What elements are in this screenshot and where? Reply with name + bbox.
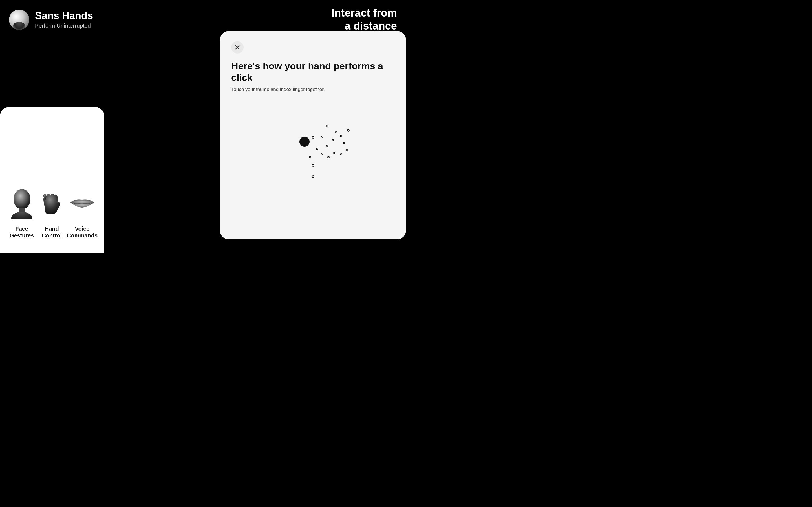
visualization-dot bbox=[333, 152, 335, 154]
voice-commands-label: Voice Commands bbox=[67, 225, 98, 239]
svg-point-0 bbox=[13, 189, 31, 209]
visualization-dot bbox=[299, 136, 310, 147]
feature-voice-commands[interactable]: Voice Commands bbox=[67, 187, 98, 239]
voice-commands-icon bbox=[69, 196, 96, 212]
header-tagline: Interact from a distance bbox=[332, 7, 397, 33]
visualization-dot bbox=[326, 125, 328, 127]
visualization-dot bbox=[346, 149, 348, 151]
visualization-dot bbox=[312, 175, 314, 178]
header: Sans Hands Perform Uninterrupted Interac… bbox=[0, 0, 406, 39]
app-subtitle: Perform Uninterrupted bbox=[35, 22, 93, 29]
visualization-dot bbox=[326, 145, 328, 147]
hand-control-visual bbox=[41, 187, 63, 221]
modal-description: Touch your thumb and index finger togeth… bbox=[231, 87, 395, 93]
visualization-dot bbox=[335, 131, 337, 133]
voice-commands-visual bbox=[69, 187, 96, 221]
visualization-dot bbox=[343, 142, 345, 144]
visualization-dot bbox=[320, 153, 322, 155]
visualization-dot bbox=[340, 153, 342, 156]
hand-control-icon bbox=[41, 188, 63, 219]
visualization-dot bbox=[340, 135, 342, 137]
close-button[interactable] bbox=[231, 41, 244, 54]
face-gestures-icon bbox=[11, 188, 33, 219]
hand-control-label: Hand Control bbox=[42, 225, 62, 239]
svg-point-2 bbox=[11, 212, 32, 219]
visualization-dot bbox=[309, 156, 311, 158]
visualization-dot bbox=[312, 164, 314, 167]
visualization-dot bbox=[332, 139, 334, 141]
modal-title: Here's how your hand performs a click bbox=[231, 60, 395, 83]
visualization-dot bbox=[347, 129, 350, 131]
hand-click-visualization bbox=[231, 98, 395, 229]
features-card: Face Gestures bbox=[0, 107, 104, 253]
modal-card: Here's how your hand performs a click To… bbox=[220, 31, 406, 239]
header-text: Sans Hands Perform Uninterrupted bbox=[35, 10, 93, 29]
visualization-dot bbox=[320, 136, 322, 138]
visualization-dot bbox=[316, 148, 318, 150]
face-gestures-visual bbox=[11, 187, 33, 221]
feature-face-gestures[interactable]: Face Gestures bbox=[7, 187, 37, 239]
app-logo bbox=[9, 10, 29, 30]
face-gestures-label: Face Gestures bbox=[10, 225, 34, 239]
app-title: Sans Hands bbox=[35, 10, 93, 21]
feature-hand-control[interactable]: Hand Control bbox=[37, 187, 67, 239]
visualization-dot bbox=[312, 136, 314, 138]
features-icons-row: Face Gestures bbox=[7, 116, 98, 244]
visualization-dot bbox=[327, 156, 329, 158]
